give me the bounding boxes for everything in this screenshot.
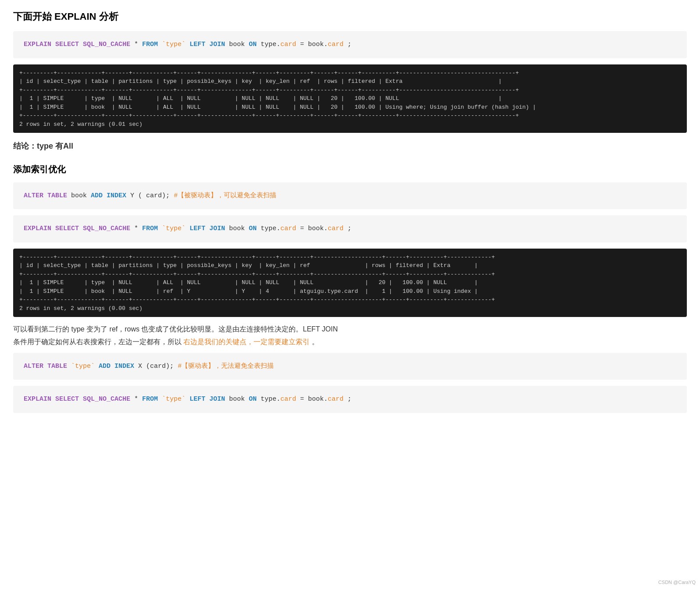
type-table-3: `type` xyxy=(162,395,186,403)
kw-add-index-1: ADD INDEX xyxy=(91,192,126,199)
kw-on-2: ON xyxy=(249,225,257,232)
kw-on-1: ON xyxy=(249,41,257,48)
kw-left-join-2: LEFT JOIN xyxy=(189,225,225,232)
card-orange-2: card xyxy=(328,41,343,48)
kw-left-join-3: LEFT JOIN xyxy=(189,395,225,403)
card-orange-6: card xyxy=(328,395,343,403)
book-text-3: book xyxy=(229,395,249,403)
kw-alter-2: ALTER TABLE xyxy=(24,363,67,370)
select-star-3: * xyxy=(134,395,142,403)
index-y-text: Y ( card); xyxy=(130,192,174,199)
select-star-2: * xyxy=(134,225,142,232)
card-orange-3: card xyxy=(280,225,296,232)
type-table-1: `type` xyxy=(162,41,186,48)
select-star: * xyxy=(134,41,142,48)
page-title: 下面开始 EXPLAIN 分析 xyxy=(13,9,687,24)
card-orange-4: card xyxy=(328,225,343,232)
type-backtick-2: `type` xyxy=(71,363,95,370)
semicolon-3: ; xyxy=(347,395,351,403)
kw-explain: EXPLAIN SELECT SQL_NO_CACHE xyxy=(24,41,130,48)
semicolon-1: ; xyxy=(347,41,351,48)
terminal-output-1: +---------+-------------+-------+-------… xyxy=(13,64,687,133)
alter-book-text: book xyxy=(71,192,91,199)
eq-3: = book. xyxy=(300,395,328,403)
analysis-highlight: 右边是我们的关键点，一定需要建立索引 xyxy=(183,338,310,345)
explain-query-3: EXPLAIN SELECT SQL_NO_CACHE * FROM `type… xyxy=(13,386,687,413)
kw-from-3: FROM xyxy=(142,395,158,403)
analysis-line2-suffix: 。 xyxy=(310,338,318,345)
kw-from: FROM xyxy=(142,41,158,48)
eq-2: = book. xyxy=(300,225,328,232)
kw-from-2: FROM xyxy=(142,225,158,232)
type-card-1: type. xyxy=(261,41,280,48)
analysis-line1: 可以看到第二行的 type 变为了 ref，rows 也变成了优化比较明显。这是… xyxy=(13,325,338,333)
alter-table-1: ALTER TABLE book ADD INDEX Y ( card); #【… xyxy=(13,182,687,210)
kw-alter-1: ALTER TABLE xyxy=(24,192,67,199)
eq-1: = book. xyxy=(300,41,328,48)
kw-explain-3: EXPLAIN SELECT SQL_NO_CACHE xyxy=(24,395,130,403)
terminal-output-2: +---------+-------------+-------+-------… xyxy=(13,249,687,317)
book-text-1: book xyxy=(229,41,249,48)
kw-on-3: ON xyxy=(249,395,257,403)
conclusion-text: 结论：type 有All xyxy=(13,139,687,153)
type-card-2: type. xyxy=(261,225,280,232)
analysis-paragraph: 可以看到第二行的 type 变为了 ref，rows 也变成了优化比较明显。这是… xyxy=(13,323,687,349)
index-x-text: X (card); xyxy=(138,363,178,370)
kw-explain-2: EXPLAIN SELECT SQL_NO_CACHE xyxy=(24,225,130,232)
type-table-2: `type` xyxy=(162,225,186,232)
type-card-3: type. xyxy=(261,395,280,403)
book-text-2: book xyxy=(229,225,249,232)
analysis-line2-prefix: 条件用于确定如何从右表搜索行，左边一定都有，所以 xyxy=(13,338,183,345)
card-orange-5: card xyxy=(280,395,296,403)
kw-left-join: LEFT JOIN xyxy=(189,41,225,48)
card-orange-1: card xyxy=(280,41,296,48)
explain-query-1: EXPLAIN SELECT SQL_NO_CACHE * FROM `type… xyxy=(13,31,687,58)
explain-query-2: EXPLAIN SELECT SQL_NO_CACHE * FROM `type… xyxy=(13,215,687,242)
semicolon-2: ; xyxy=(347,225,351,232)
section2-title: 添加索引优化 xyxy=(13,162,687,176)
comment-1: #【被驱动表】，可以避免全表扫描 xyxy=(174,192,276,199)
comment-2: #【驱动表】，无法避免全表扫描 xyxy=(178,363,274,370)
kw-add-index-2: ADD INDEX xyxy=(99,363,134,370)
alter-table-2: ALTER TABLE `type` ADD INDEX X (card); #… xyxy=(13,353,687,380)
